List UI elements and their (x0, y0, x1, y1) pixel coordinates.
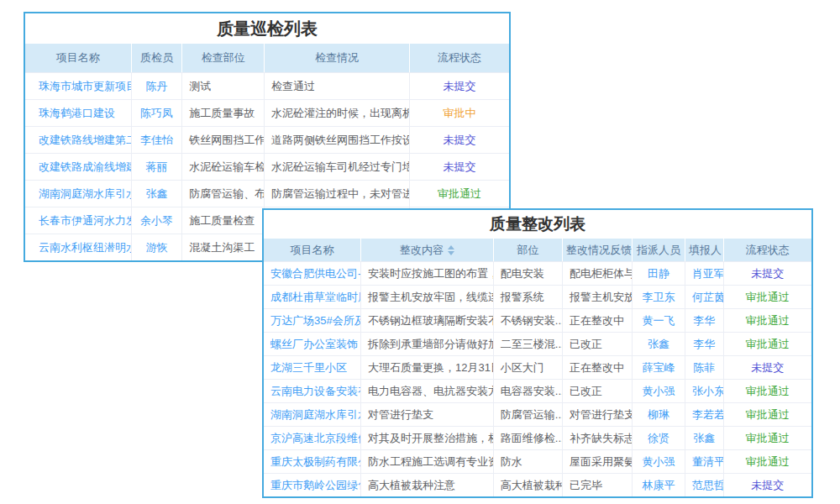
status-text: 审批通过 (724, 450, 811, 473)
cell-text: 防水 (494, 450, 563, 473)
cell-link[interactable]: 重庆太极制药有限公司亳州中... (264, 450, 361, 473)
column-header-label: 流程状态 (438, 51, 481, 64)
cell-link[interactable]: 云南电力设备安装有限公司20... (264, 380, 361, 402)
cell-link[interactable]: 陈巧凤 (132, 100, 182, 126)
column-header-label: 整改情况反馈 (566, 244, 632, 256)
column-header-label: 整改内容 (400, 244, 444, 256)
cell-link[interactable]: 林康平 (633, 474, 685, 496)
cell-link[interactable]: 黄一飞 (633, 309, 685, 332)
cell-link[interactable]: 万达广场35#会所及咖啡厅空... (264, 309, 361, 332)
cell-link[interactable]: 黄小强 (633, 450, 685, 473)
cell-link[interactable]: 京沪高速北京段维修 (264, 427, 361, 449)
status-text: 未提交 (724, 356, 811, 379)
cell-link[interactable]: 田静 (633, 262, 685, 285)
cell-text: 配电柜柜体与... (563, 262, 633, 285)
cell-link[interactable]: 何芷茵 (685, 286, 724, 308)
status-text: 未提交 (724, 474, 811, 496)
column-header-label: 流程状态 (746, 244, 790, 256)
cell-text: 防水工程施工选调有专业资质... (361, 450, 494, 473)
cell-link[interactable]: 重庆市鹅岭公园绿化景观提升... (264, 474, 361, 496)
cell-link[interactable]: 余小琴 (132, 207, 182, 234)
cell-text: 正在整改中 (563, 309, 633, 332)
caret-down-icon (448, 251, 454, 255)
cell-link[interactable]: 湖南洞庭湖水库引水工程施工1标 (264, 403, 361, 426)
cell-link[interactable]: 长春市伊通河水力发电... (25, 207, 132, 234)
cell-text: 报警主机安放牢固，线缆连接... (361, 286, 494, 308)
cell-link[interactable]: 范思哲 (685, 474, 724, 496)
cell-link[interactable]: 李佳怡 (132, 127, 182, 153)
cell-text: 防腐管运输、布管 (182, 181, 265, 207)
column-header-label: 项目名称 (56, 51, 100, 64)
cell-link[interactable]: 游恢 (132, 234, 182, 260)
column-header: 部位 (494, 239, 563, 261)
cell-text: 防腐管运输... (494, 403, 563, 426)
cell-text: 高大植被栽种 (494, 474, 563, 496)
cell-text: 补齐缺失标志... (563, 427, 633, 449)
cell-link[interactable]: 珠海市城市更新项目紫... (25, 73, 132, 99)
table-row: 珠海鹤港口建设陈巧凤施工质量事故水泥砼灌注的时候，出现离析现象审批中 (25, 99, 509, 126)
caret-up-down-icon[interactable] (448, 245, 454, 255)
cell-link[interactable]: 徐贤 (633, 427, 685, 449)
cell-link[interactable]: 李卫东 (633, 286, 685, 308)
cell-text: 施工质量事故 (182, 100, 265, 126)
status-text: 审批通过 (724, 286, 811, 308)
cell-link[interactable]: 李华 (685, 309, 724, 332)
cell-text: 屋面采用聚氨... (563, 450, 633, 473)
column-header: 项目名称 (264, 239, 361, 261)
cell-text: 水泥砼运输车司机经过专门培训... (265, 154, 410, 180)
column-header-label: 部位 (517, 244, 538, 256)
status-text: 审批通过 (410, 181, 509, 207)
cell-link[interactable]: 蒋丽 (132, 154, 182, 180)
cell-link[interactable]: 陈丹 (132, 73, 182, 99)
cell-link[interactable]: 张鑫 (132, 181, 182, 207)
cell-link[interactable]: 薛宝峰 (633, 356, 685, 379)
cell-text: 混凝土沟渠工 (182, 234, 265, 260)
cell-link[interactable]: 安徽合肥供电公司--配电设备... (264, 262, 361, 285)
status-text: 未提交 (724, 262, 811, 285)
table-row: 螺丝厂办公室装饰拆除到承重墙部分请做好加固...二至三楼混...已改正张鑫李华审… (264, 332, 811, 355)
status-text: 审批通过 (724, 309, 811, 332)
table-row: 万达广场35#会所及咖啡厅空...不锈钢边框玻璃隔断安装不牢...不锈钢安装..… (264, 308, 811, 332)
cell-link[interactable]: 成都杜甫草堂临时展厅独立展... (264, 286, 361, 308)
cell-text: 配电安装 (494, 262, 563, 285)
cell-link[interactable]: 李若若 (685, 403, 724, 426)
cell-text: 大理石质量更换，12月31日之... (361, 356, 494, 379)
cell-link[interactable]: 董清平 (685, 450, 724, 473)
table-row: 重庆太极制药有限公司亳州中...防水工程施工选调有专业资质...防水屋面采用聚氨… (264, 449, 811, 473)
cell-text: 电容器安装... (494, 380, 563, 402)
cell-text: 铁丝网围挡工作检查 (182, 127, 265, 153)
table-row: 云南电力设备安装有限公司20...电力电容器、电抗器安装方案,...电容器安装.… (264, 379, 811, 402)
cell-link[interactable]: 云南水利枢纽潜明水库... (25, 234, 132, 260)
table-row: 珠海市城市更新项目紫...陈丹测试检查通过未提交 (25, 72, 509, 99)
cell-text: 水泥砼运输车检查 (182, 154, 265, 180)
table-row: 重庆市鹅岭公园绿化景观提升...高大植被栽种注意高大植被栽种已完毕林康平范思哲未… (264, 473, 811, 496)
status-text: 未提交 (410, 154, 509, 180)
cell-link[interactable]: 陈菲 (685, 356, 724, 379)
column-header-label: 指派人员 (637, 244, 680, 256)
cell-link[interactable]: 李华 (685, 333, 724, 355)
cell-link[interactable]: 张鑫 (633, 333, 685, 355)
cell-link[interactable]: 肖亚军 (685, 262, 724, 285)
table-row: 龙湖三千里小区大理石质量更换，12月31日之...小区大门正在整改中薛宝峰陈菲未… (264, 355, 811, 379)
cell-link[interactable]: 张鑫 (685, 427, 724, 449)
status-text: 审批通过 (724, 380, 811, 402)
cell-text: 已改正 (563, 380, 633, 402)
cell-text: 正在整改中 (563, 356, 633, 379)
column-header: 质检员 (132, 44, 182, 72)
cell-text: 水泥砼灌注的时候，出现离析现象 (265, 100, 410, 126)
cell-link[interactable]: 张小东 (685, 380, 724, 402)
cell-link[interactable]: 螺丝厂办公室装饰 (264, 333, 361, 355)
column-header-label: 检查情况 (315, 51, 359, 64)
column-header: 检查部位 (182, 44, 265, 72)
column-header-label: 质检员 (140, 51, 173, 64)
caret-up-icon (448, 245, 454, 249)
cell-link[interactable]: 黄小强 (633, 380, 685, 402)
cell-text: 不锈钢安装... (494, 309, 563, 332)
cell-link[interactable]: 柳琳 (633, 403, 685, 426)
cell-text: 报警主机安放... (563, 286, 633, 308)
cell-link[interactable]: 改建铁路成渝线增建第... (25, 154, 132, 180)
cell-link[interactable]: 改建铁路线增建第二线... (25, 127, 132, 153)
cell-link[interactable]: 龙湖三千里小区 (264, 356, 361, 379)
cell-link[interactable]: 珠海鹤港口建设 (25, 100, 132, 126)
cell-link[interactable]: 湖南洞庭湖水库引水工... (25, 181, 132, 207)
